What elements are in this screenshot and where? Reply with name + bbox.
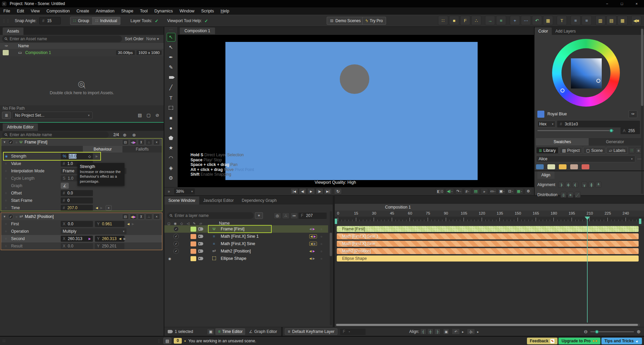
align-v-top-icon[interactable]: ╥: [581, 182, 587, 188]
start-frame-field[interactable]: # 0: [61, 197, 93, 204]
timeline-bar-2[interactable]: Math [First.X] Sine 1: [337, 233, 639, 239]
alpha-knob[interactable]: [609, 129, 613, 132]
render-box-icon[interactable]: ◇: [178, 222, 185, 225]
menu-edit[interactable]: Edit: [13, 7, 28, 15]
collapse-chevron-icon[interactable]: ▼: [3, 140, 6, 144]
labels-button[interactable]: ▱Labels: [606, 147, 628, 154]
snap-angle-field[interactable]: # 15: [39, 17, 61, 24]
status-grip-icon[interactable]: ∷: [3, 339, 6, 343]
try-pro-button[interactable]: ϟ Try Pro: [362, 17, 386, 25]
onion-skin-icon-dropdown[interactable]: ▸: [460, 190, 462, 193]
loop-button[interactable]: ↻: [334, 188, 342, 194]
keyframe-radio[interactable]: ○: [5, 191, 7, 195]
second-x-field[interactable]: X 260.313 ▶: [61, 236, 93, 242]
go-to-end-button[interactable]: ▶|: [324, 188, 332, 194]
panel-icon[interactable]: ⊟: [122, 214, 129, 220]
tips-and-tricks-button[interactable]: Tips and Tricks ▲: [601, 338, 642, 344]
rows-icon[interactable]: ▤: [606, 16, 616, 25]
prev-keyframe-icon[interactable]: ◀: [309, 227, 312, 231]
group-mode-button[interactable]: ∷ Group: [70, 17, 93, 25]
timeline-bar-3[interactable]: Math [First.X] Sine: [337, 241, 639, 247]
keyframe-radio[interactable]: ○: [5, 230, 7, 233]
palette-swatch-4[interactable]: [570, 164, 578, 169]
prev-frame-button[interactable]: ◀|: [299, 188, 307, 194]
menu-view[interactable]: View: [28, 7, 43, 15]
strength-value[interactable]: 10.0: [69, 154, 76, 159]
feedback-button[interactable]: Feedback ✎: [527, 338, 558, 344]
list-view-icon[interactable]: ≡: [636, 147, 641, 154]
tag-col-icon[interactable]: ▱: [198, 222, 204, 225]
timeline-bar-1[interactable]: Frame [First]: [337, 226, 639, 232]
prev-keyframe-icon[interactable]: ◀: [309, 249, 312, 253]
solo-ring-icon[interactable]: ○: [320, 249, 322, 253]
second-y-field[interactable]: Y 260.313 ◀ ▶: [95, 236, 124, 242]
menu-animation[interactable]: Animation: [93, 7, 118, 15]
asset-search-input[interactable]: ⚲: [2, 36, 122, 42]
scatter-icon[interactable]: ∴: [471, 16, 481, 25]
rectangle-tool[interactable]: ■: [167, 113, 175, 122]
visibility-filter-icon[interactable]: ◎: [274, 213, 281, 219]
palette-swatch-1[interactable]: [536, 164, 544, 169]
asset-color-swatch[interactable]: [3, 50, 9, 55]
grid-view-icon[interactable]: ∷: [629, 147, 635, 154]
alpha-value-field[interactable]: A 255: [621, 127, 640, 134]
time-editor-button[interactable]: ≡ Time Editor: [215, 328, 245, 335]
align-right-icon[interactable]: ├: [434, 329, 440, 335]
layers-stack-icon[interactable]: ▣▸: [498, 188, 506, 194]
solo-ring-icon[interactable]: ○: [320, 227, 322, 231]
next-keyframe-icon[interactable]: ▶: [100, 206, 103, 210]
scene-swatches-button[interactable]: ▢Scene: [583, 147, 605, 154]
menu-dynamics[interactable]: Dynamics: [151, 7, 176, 15]
timeline-horizontal-scrollbar[interactable]: [335, 324, 640, 326]
keyframe-nav-arrows[interactable]: ◀▶: [309, 257, 315, 260]
lock-icon[interactable]: ◻: [166, 222, 172, 225]
eye-icon[interactable]: ◉: [172, 222, 178, 225]
menu-composition[interactable]: Composition: [43, 7, 73, 15]
asset-row-composition[interactable]: ▭ Composition 1 30.00fps 1920 x 1080: [0, 49, 164, 56]
layer-name[interactable]: Math [First.X] Sine: [221, 241, 255, 246]
keyframe-radio[interactable]: ○: [5, 162, 7, 165]
sparkle-tool[interactable]: ◈: [167, 164, 175, 172]
asset-name[interactable]: Composition 1: [25, 50, 51, 55]
maximize-button[interactable]: □: [614, 0, 629, 7]
pencil-tool[interactable]: ✎: [167, 63, 175, 72]
tab-color[interactable]: Color: [535, 27, 552, 35]
minimize-button[interactable]: −: [600, 0, 614, 7]
tab-javascript-editor[interactable]: JavaScript Editor: [199, 196, 238, 205]
grid-icon-dropdown[interactable]: ▸: [468, 190, 470, 193]
menu-shape[interactable]: Shape: [118, 7, 137, 15]
align-v-bottom-icon[interactable]: ╨: [595, 182, 601, 188]
attr-row-time[interactable]: ○ Time # 207.0 ◀ ▶ ×: [1, 204, 162, 212]
align-h-left-icon[interactable]: ╞: [558, 182, 564, 188]
next-keyframe-icon[interactable]: ▶: [132, 222, 134, 226]
menu-help[interactable]: Help: [217, 7, 233, 15]
timeline-composition-header[interactable]: Composition 1: [335, 204, 644, 211]
project-set-dropdown[interactable]: No Project Set...▾: [12, 112, 93, 119]
text-tool[interactable]: T: [167, 93, 175, 102]
sv-selector[interactable]: [596, 79, 600, 83]
clear-search-icon[interactable]: ⊗: [130, 131, 138, 138]
layer-tag-icon[interactable]: [198, 242, 203, 245]
keyframe-nav-arrows[interactable]: ◀▶: [309, 227, 315, 231]
next-keyframe-icon[interactable]: ▶: [313, 227, 315, 231]
keyframe-radio[interactable]: ○: [5, 177, 7, 180]
layer-tag-icon[interactable]: [198, 227, 203, 231]
filter-sliders-icon[interactable]: ≔: [290, 213, 298, 219]
layer-color-swatch[interactable]: [191, 249, 196, 254]
bounds-icon-dropdown[interactable]: ▸: [494, 190, 496, 193]
next-keyframe-icon[interactable]: ▶: [313, 257, 315, 260]
layer-list-scrollbar[interactable]: [330, 211, 332, 325]
distribute-v-icon[interactable]: ≡: [568, 192, 574, 198]
dots-grid-icon[interactable]: ∷: [438, 16, 448, 25]
checker-icon[interactable]: ▦▸: [516, 188, 524, 194]
layer-row-5[interactable]: ◉Ellipse Shape◀▶○: [164, 255, 328, 262]
default-keyframe-layer-button[interactable]: ≡ Default Keyframe Layer: [285, 328, 337, 335]
camera-tool[interactable]: [167, 73, 175, 82]
panel-icon[interactable]: ⊟: [122, 139, 129, 145]
layer-name[interactable]: Math [First.X] Sine 1: [221, 234, 259, 239]
prev-keyframe-icon[interactable]: ◀: [310, 242, 313, 245]
align-center-icon[interactable]: ┼: [427, 329, 433, 335]
checker-icon-dropdown[interactable]: ▸: [521, 190, 522, 193]
track-bars-b-icon[interactable]: ≡: [582, 16, 592, 25]
tab-generator[interactable]: Generator: [589, 138, 641, 146]
